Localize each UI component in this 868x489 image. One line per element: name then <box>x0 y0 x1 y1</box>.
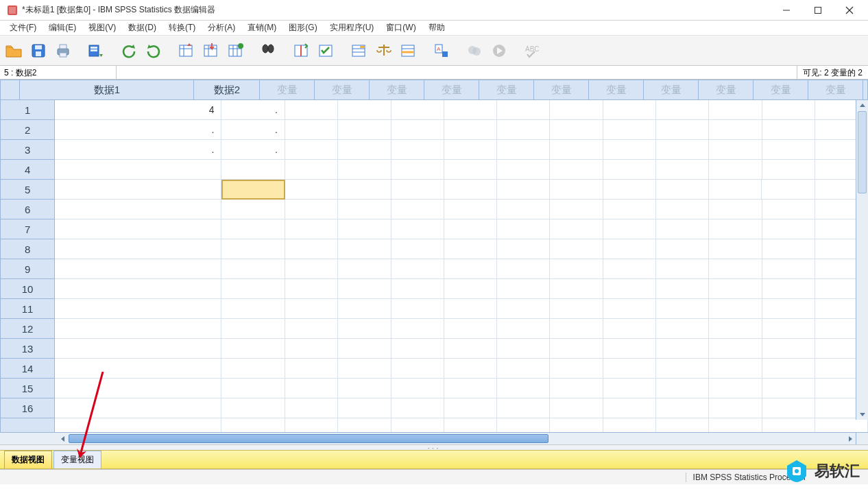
cell[interactable] <box>497 359 550 379</box>
cell[interactable] <box>762 319 815 339</box>
cell[interactable] <box>550 299 603 319</box>
cell[interactable] <box>391 339 444 359</box>
cell[interactable] <box>391 120 444 140</box>
cell[interactable] <box>221 200 285 219</box>
cell[interactable] <box>656 418 709 432</box>
cell[interactable] <box>338 279 391 299</box>
cell[interactable] <box>497 379 550 398</box>
cell[interactable]: 4 <box>55 100 221 120</box>
cell[interactable] <box>656 279 709 299</box>
cell[interactable] <box>391 219 444 239</box>
cell[interactable] <box>603 279 656 299</box>
cell[interactable] <box>550 200 603 219</box>
cell[interactable] <box>55 339 221 359</box>
cell[interactable] <box>550 120 603 140</box>
cell[interactable] <box>603 140 656 160</box>
cell[interactable] <box>55 239 221 259</box>
cell[interactable] <box>497 398 550 418</box>
cell[interactable] <box>709 418 762 432</box>
cell[interactable] <box>550 180 603 200</box>
cell[interactable] <box>550 359 603 379</box>
cell[interactable] <box>656 239 709 259</box>
cell[interactable] <box>709 160 762 180</box>
scroll-right-icon[interactable] <box>845 433 856 444</box>
cell[interactable] <box>762 160 815 180</box>
cell[interactable] <box>391 379 444 398</box>
column-header-empty[interactable]: 变量 <box>315 80 370 100</box>
row-header[interactable]: 2 <box>0 120 55 140</box>
cell[interactable] <box>550 140 603 160</box>
cell[interactable] <box>55 379 221 398</box>
cell[interactable] <box>709 180 762 200</box>
cell[interactable] <box>603 239 656 259</box>
cell[interactable] <box>762 418 815 432</box>
column-header-empty[interactable]: 变量 <box>260 80 315 100</box>
cell[interactable] <box>497 140 550 160</box>
vertical-scrollbar[interactable] <box>856 100 868 420</box>
undo-icon[interactable] <box>118 40 140 62</box>
cell[interactable] <box>656 120 709 140</box>
cell[interactable] <box>221 160 285 180</box>
cell[interactable] <box>815 418 868 432</box>
cell[interactable] <box>285 100 338 120</box>
cell[interactable] <box>444 379 497 398</box>
cell[interactable] <box>762 398 815 418</box>
row-header[interactable]: 4 <box>0 160 55 180</box>
cell[interactable] <box>656 339 709 359</box>
cell[interactable] <box>338 359 391 379</box>
column-header-empty[interactable]: 变量 <box>699 80 754 100</box>
cell[interactable] <box>391 200 444 219</box>
row-header[interactable]: 8 <box>0 239 55 259</box>
cell[interactable] <box>550 219 603 239</box>
row-header[interactable]: 6 <box>0 200 55 219</box>
menu-help[interactable]: 帮助 <box>423 21 450 35</box>
cell[interactable] <box>55 299 221 319</box>
cell[interactable] <box>762 200 815 219</box>
cell[interactable] <box>391 239 444 259</box>
use-variable-sets-icon[interactable]: A <box>431 40 453 62</box>
cell[interactable] <box>603 259 656 279</box>
cell[interactable] <box>709 398 762 418</box>
cell[interactable] <box>338 379 391 398</box>
cell-ref-value[interactable] <box>117 66 797 79</box>
cell[interactable] <box>709 319 762 339</box>
cell[interactable] <box>444 140 497 160</box>
cell[interactable] <box>550 239 603 259</box>
cell[interactable] <box>285 219 338 239</box>
cell[interactable] <box>338 200 391 219</box>
cell[interactable] <box>497 319 550 339</box>
cell[interactable]: . <box>221 140 285 160</box>
menu-direct-marketing[interactable]: 直销(M) <box>242 21 282 35</box>
cell[interactable] <box>762 339 815 359</box>
horizontal-scrollbar[interactable] <box>58 433 856 444</box>
cell[interactable] <box>497 279 550 299</box>
cell[interactable] <box>550 160 603 180</box>
cell[interactable] <box>391 359 444 379</box>
cell[interactable] <box>550 339 603 359</box>
row-header[interactable]: 7 <box>0 219 55 239</box>
cell[interactable] <box>550 279 603 299</box>
cell[interactable] <box>444 418 497 432</box>
cell[interactable] <box>391 140 444 160</box>
cell[interactable] <box>444 359 497 379</box>
menu-edit[interactable]: 编辑(E) <box>43 21 82 35</box>
menu-view[interactable]: 视图(V) <box>83 21 121 35</box>
cell[interactable] <box>444 120 497 140</box>
redo-icon[interactable] <box>143 40 165 62</box>
cell[interactable] <box>444 160 497 180</box>
cell[interactable] <box>497 339 550 359</box>
show-all-vars-icon[interactable] <box>463 40 485 62</box>
cell[interactable] <box>391 160 444 180</box>
cell[interactable] <box>338 239 391 259</box>
column-header-empty[interactable]: 变量 <box>534 80 589 100</box>
cell[interactable] <box>444 180 497 200</box>
cell[interactable] <box>603 160 656 180</box>
cell[interactable] <box>285 239 338 259</box>
cell[interactable]: . <box>55 140 221 160</box>
cell[interactable] <box>221 180 285 200</box>
cell[interactable] <box>709 359 762 379</box>
cell[interactable]: . <box>221 120 285 140</box>
cell[interactable] <box>391 100 444 120</box>
cell[interactable] <box>444 279 497 299</box>
column-header-empty[interactable]: 变量 <box>479 80 534 100</box>
